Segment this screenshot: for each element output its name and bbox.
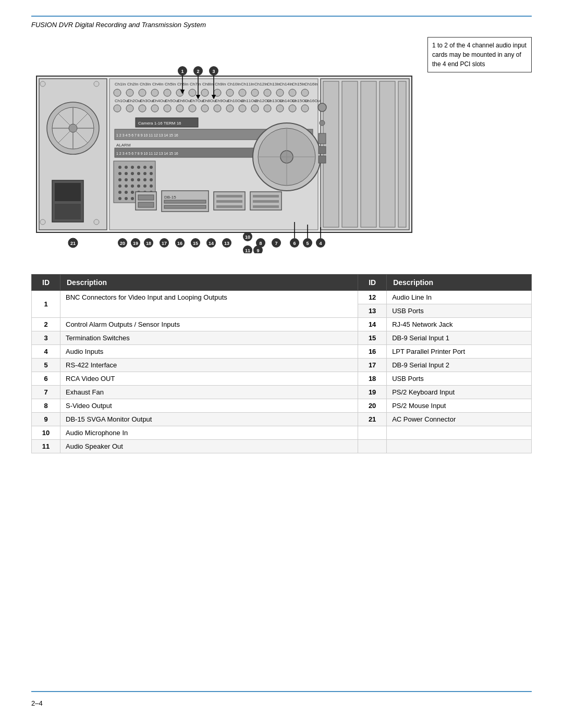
callout-text: 1 to 2 of the 4 channel audio input card… xyxy=(432,42,527,68)
desc-cell-right: USB Ports xyxy=(387,304,532,318)
svg-rect-149 xyxy=(342,81,358,227)
desc-cell-right xyxy=(387,426,532,440)
svg-point-108 xyxy=(118,178,121,181)
svg-text:Ch4In: Ch4In xyxy=(152,82,163,87)
id-cell-right: 14 xyxy=(358,318,387,331)
svg-point-82 xyxy=(301,105,309,112)
svg-text:1  2  3  4  5  6  7  8  9  10 : 1 2 3 4 5 6 7 8 9 10 11 12 13 14 15 16 xyxy=(116,152,178,155)
svg-text:ALARM: ALARM xyxy=(116,143,131,147)
svg-point-68 xyxy=(126,105,133,112)
desc-cell-left: BNC Connectors for Video Input and Loopi… xyxy=(60,291,358,318)
table-row: 1BNC Connectors for Video Input and Loop… xyxy=(32,291,532,304)
svg-point-36 xyxy=(126,89,133,96)
svg-point-47 xyxy=(264,89,271,96)
svg-rect-155 xyxy=(319,133,326,144)
id-cell-left: 4 xyxy=(32,345,60,359)
svg-rect-142 xyxy=(253,200,279,203)
svg-point-118 xyxy=(143,184,146,188)
id-cell-right: 21 xyxy=(358,413,387,426)
svg-point-117 xyxy=(137,184,140,188)
description-table: ID Description ID Description 1BNC Conne… xyxy=(31,274,532,453)
svg-text:Ch8In: Ch8In xyxy=(202,82,213,87)
svg-point-113 xyxy=(150,178,153,181)
svg-point-79 xyxy=(264,105,271,112)
svg-text:4: 4 xyxy=(319,241,322,246)
svg-point-43 xyxy=(214,89,221,96)
svg-rect-141 xyxy=(253,195,279,198)
svg-rect-11 xyxy=(55,204,81,219)
svg-point-78 xyxy=(251,105,259,112)
svg-text:18: 18 xyxy=(146,241,151,246)
desc-cell-left: DB-15 SVGA Monitor Output xyxy=(60,413,358,426)
svg-rect-137 xyxy=(216,195,242,198)
svg-text:Ch14In: Ch14In xyxy=(279,82,293,87)
svg-point-46 xyxy=(251,89,259,96)
desc-cell-left: Audio Inputs xyxy=(60,345,358,359)
svg-point-15 xyxy=(94,219,99,225)
svg-point-98 xyxy=(131,166,134,169)
svg-point-35 xyxy=(114,89,121,96)
id-cell-right xyxy=(358,440,387,453)
svg-text:20: 20 xyxy=(120,241,125,246)
svg-rect-143 xyxy=(253,205,279,208)
id-cell-right: 13 xyxy=(358,304,387,318)
header-title: FUSION DVR Digital Recording and Transmi… xyxy=(31,21,532,29)
desc-cell-left: RS-422 Interface xyxy=(60,359,358,372)
id-cell-right xyxy=(358,426,387,440)
col-header-desc2: Description xyxy=(387,275,532,291)
svg-rect-157 xyxy=(319,156,326,163)
desc-cell-right: DB-9 Serial Input 1 xyxy=(387,331,532,345)
svg-point-126 xyxy=(118,197,121,200)
desc-cell-left: Termination Switches xyxy=(60,331,358,345)
table-row: 9DB-15 SVGA Monitor Output21AC Power Con… xyxy=(32,413,532,426)
svg-text:Ch15In: Ch15In xyxy=(292,82,305,87)
svg-text:7: 7 xyxy=(275,241,277,246)
svg-rect-139 xyxy=(216,205,242,208)
svg-rect-151 xyxy=(380,81,395,227)
svg-point-110 xyxy=(131,178,134,181)
svg-text:19: 19 xyxy=(133,241,138,246)
svg-text:Ch11In: Ch11In xyxy=(241,82,254,87)
svg-point-127 xyxy=(125,197,128,200)
desc-cell-right: DB-9 Serial Input 2 xyxy=(387,359,532,372)
svg-point-154 xyxy=(320,120,325,126)
svg-text:Ch16In: Ch16In xyxy=(304,82,318,87)
table-row: 5RS-422 Interface17DB-9 Serial Input 2 xyxy=(32,359,532,372)
svg-point-49 xyxy=(289,89,296,96)
svg-text:Ch7In: Ch7In xyxy=(190,82,201,87)
svg-point-122 xyxy=(131,191,134,194)
svg-point-107 xyxy=(150,172,153,175)
svg-point-41 xyxy=(189,89,196,96)
svg-point-100 xyxy=(143,166,146,169)
svg-point-38 xyxy=(151,89,158,96)
svg-point-105 xyxy=(137,172,140,175)
svg-point-111 xyxy=(137,178,140,181)
desc-cell-right: PS/2 Keyboard Input xyxy=(387,386,532,399)
svg-point-76 xyxy=(226,105,234,112)
table-row: 10Audio Microphone In xyxy=(32,426,532,440)
svg-point-128 xyxy=(131,197,134,200)
svg-text:10: 10 xyxy=(245,235,250,240)
svg-point-109 xyxy=(125,178,128,181)
desc-cell-right: LPT Parallel Printer Port xyxy=(387,345,532,359)
svg-text:16: 16 xyxy=(177,241,182,246)
svg-rect-146 xyxy=(138,202,154,207)
desc-cell-left: S-Video Output xyxy=(60,399,358,413)
table-row: 8S-Video Output20PS/2 Mouse Input xyxy=(32,399,532,413)
svg-text:14: 14 xyxy=(209,241,214,246)
svg-text:21: 21 xyxy=(70,241,76,246)
desc-cell-left: Audio Speaker Out xyxy=(60,440,358,453)
svg-point-153 xyxy=(318,103,326,112)
desc-cell-right: PS/2 Mouse Input xyxy=(387,399,532,413)
svg-text:Ch1In: Ch1In xyxy=(115,82,126,87)
id-cell-left: 6 xyxy=(32,372,60,386)
svg-text:17: 17 xyxy=(162,241,167,246)
page-number: 2–4 xyxy=(31,699,532,707)
svg-text:9: 9 xyxy=(256,248,259,253)
svg-point-116 xyxy=(131,184,134,188)
svg-point-106 xyxy=(143,172,146,175)
svg-rect-138 xyxy=(216,200,242,203)
svg-text:Ch13In: Ch13In xyxy=(267,82,280,87)
svg-text:1: 1 xyxy=(181,69,183,74)
desc-cell-right: AC Power Connector xyxy=(387,413,532,426)
